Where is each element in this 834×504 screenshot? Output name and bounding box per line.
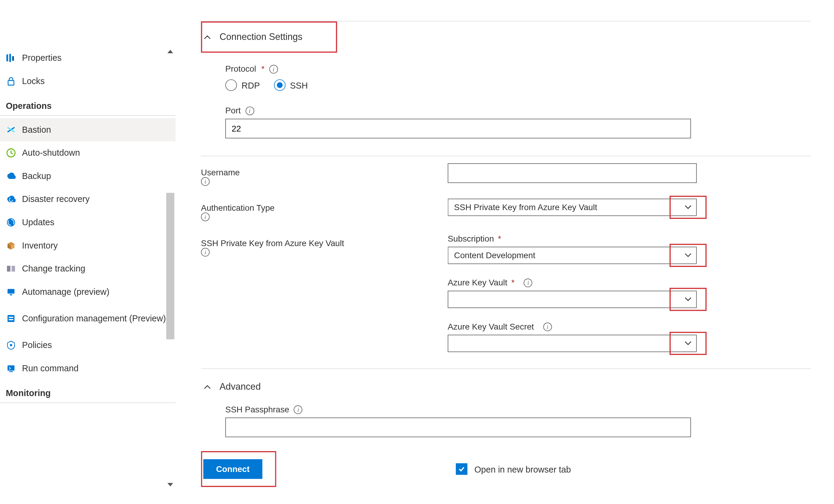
content: Connection Settings Protocol * i RDP SSH: [175, 0, 834, 492]
svg-rect-13: [9, 319, 13, 320]
sidebar-item-label: Auto-shutdown: [22, 148, 170, 158]
sidebar-item-label: Automanage (preview): [22, 286, 170, 297]
svg-rect-1: [6, 54, 8, 61]
chevron-down-icon: [670, 332, 707, 355]
checkbox-label: Open in new browser tab: [475, 464, 571, 474]
chevron-up-icon: [203, 384, 211, 390]
connect-button-wrapper: Connect: [201, 451, 277, 487]
sidebar-group-monitoring: Monitoring: [0, 380, 175, 402]
protocol-label: Protocol * i: [225, 60, 811, 77]
sidebar-item-run-command[interactable]: Run command: [0, 357, 175, 380]
svg-rect-10: [10, 294, 13, 295]
svg-marker-0: [168, 50, 173, 53]
sidebar-item-label: Updates: [22, 217, 170, 228]
sidebar-item-label: Policies: [22, 340, 170, 351]
akv-select[interactable]: [448, 290, 697, 308]
properties-icon: [6, 52, 16, 63]
akv-secret-select[interactable]: [448, 335, 697, 352]
akv-label: Azure Key Vault* i: [448, 278, 811, 290]
sidebar-item-disaster-recovery[interactable]: Disaster recovery: [0, 188, 175, 211]
sidebar-item-label: Bastion: [22, 124, 170, 135]
updates-icon: [6, 217, 16, 227]
info-icon[interactable]: i: [201, 177, 210, 186]
bastion-icon: [6, 125, 16, 135]
select-value: SSH Private Key from Azure Key Vault: [454, 202, 597, 212]
sidebar-item-label: Locks: [22, 75, 170, 86]
info-icon[interactable]: i: [524, 278, 532, 287]
subscription-select[interactable]: Content Development: [448, 247, 697, 264]
sidebar-item-properties[interactable]: Properties: [0, 46, 175, 69]
svg-point-14: [10, 344, 13, 347]
authtype-select[interactable]: SSH Private Key from Azure Key Vault: [448, 199, 697, 216]
sidebar-item-inventory[interactable]: Inventory: [0, 234, 175, 257]
sidebar-item-policies[interactable]: Policies: [0, 333, 175, 357]
section-title: Advanced: [220, 381, 261, 392]
radio-ssh[interactable]: SSH: [274, 79, 308, 91]
info-icon[interactable]: i: [269, 65, 278, 73]
connect-button[interactable]: Connect: [203, 459, 262, 479]
sidebar-item-locks[interactable]: Locks: [0, 69, 175, 93]
port-input[interactable]: [225, 119, 691, 138]
sidebar-item-label: Run command: [22, 363, 170, 374]
sidebar-item-config-mgmt[interactable]: Configuration management (Preview): [0, 304, 175, 334]
sidebar-item-auto-shutdown[interactable]: Auto-shutdown: [0, 141, 175, 165]
scrollbar-thumb[interactable]: [166, 193, 174, 339]
sidebar-item-label: Backup: [22, 171, 170, 181]
scrollbar[interactable]: [166, 58, 174, 479]
required-indicator: *: [498, 234, 501, 243]
select-value: Content Development: [454, 250, 535, 260]
recovery-icon: [6, 194, 16, 204]
inventory-icon: [6, 240, 16, 250]
scroll-down-icon[interactable]: [166, 481, 174, 489]
open-new-tab-checkbox[interactable]: Open in new browser tab: [456, 463, 571, 475]
required-indicator: *: [261, 64, 264, 74]
svg-rect-8: [12, 266, 15, 271]
change-icon: [6, 263, 16, 273]
subscription-label: Subscription*: [448, 234, 811, 247]
scroll-up-icon[interactable]: [166, 47, 174, 56]
sshkey-label: SSH Private Key from Azure Key Vault i: [201, 234, 448, 358]
info-icon[interactable]: i: [543, 322, 552, 331]
lock-icon: [6, 76, 16, 86]
radio-rdp[interactable]: RDP: [225, 79, 260, 91]
divider: [0, 115, 175, 116]
protocol-radio-group: RDP SSH: [225, 77, 811, 101]
checkbox-indicator: [456, 463, 467, 475]
sidebar-item-updates[interactable]: Updates: [0, 211, 175, 234]
section-connection-settings-header[interactable]: Connection Settings: [201, 21, 337, 52]
sidebar: Properties Locks Operations Bastion Auto…: [0, 0, 175, 492]
sidebar-item-change-tracking[interactable]: Change tracking: [0, 257, 175, 280]
info-icon[interactable]: i: [201, 248, 210, 257]
chevron-up-icon: [203, 34, 211, 40]
port-label: Port i: [225, 101, 811, 118]
sidebar-item-backup[interactable]: Backup: [0, 165, 175, 188]
clock-icon: [6, 148, 16, 158]
info-icon[interactable]: i: [245, 106, 254, 115]
ssh-passphrase-label: SSH Passphrase i: [225, 400, 811, 417]
radio-indicator: [225, 79, 237, 91]
section-advanced-header[interactable]: Advanced: [201, 371, 811, 402]
svg-rect-12: [9, 317, 13, 318]
ssh-passphrase-input[interactable]: [225, 418, 691, 437]
svg-marker-17: [168, 483, 173, 486]
policies-icon: [6, 340, 16, 350]
sidebar-item-automanage[interactable]: Automanage (preview): [0, 280, 175, 304]
sidebar-item-label: Inventory: [22, 240, 170, 251]
username-input[interactable]: [448, 163, 697, 183]
divider: [201, 156, 811, 156]
svg-rect-4: [8, 81, 14, 85]
svg-rect-3: [12, 56, 14, 61]
radio-indicator: [274, 79, 285, 91]
sidebar-item-label: Disaster recovery: [22, 194, 170, 205]
svg-rect-15: [7, 366, 15, 371]
akv-secret-label: Azure Key Vault Secret i: [448, 322, 811, 335]
radio-label: SSH: [290, 80, 308, 90]
info-icon[interactable]: i: [201, 213, 210, 221]
divider: [0, 402, 175, 403]
svg-rect-2: [9, 54, 11, 62]
chevron-down-icon: [670, 196, 707, 219]
sidebar-item-bastion[interactable]: Bastion: [0, 118, 175, 141]
divider: [201, 368, 811, 369]
info-icon[interactable]: i: [294, 405, 303, 414]
sidebar-item-label: Configuration management (Preview): [22, 313, 170, 324]
